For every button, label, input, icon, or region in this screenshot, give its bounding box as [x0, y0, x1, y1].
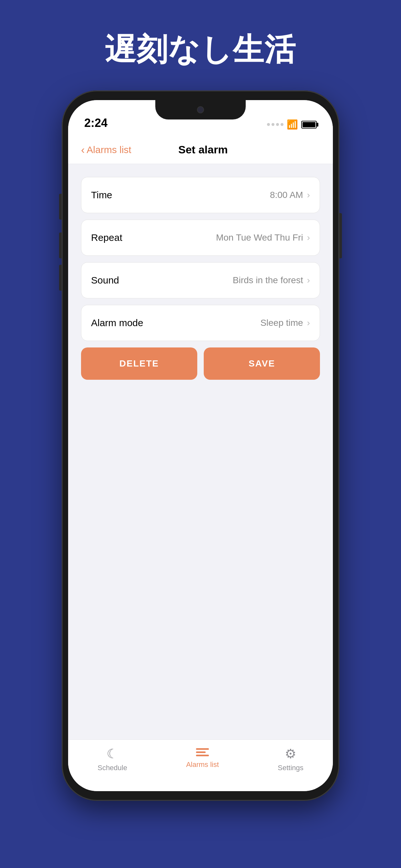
repeat-label: Repeat — [91, 232, 122, 243]
status-icons: 📶 — [267, 119, 317, 130]
sound-value-group: Birds in the forest › — [233, 275, 310, 285]
alarm-mode-value-group: Sleep time › — [260, 318, 310, 328]
main-content: Time 8:00 AM › Repeat Mon Tue Wed Thu Fr… — [68, 164, 333, 740]
time-value-group: 8:00 AM › — [270, 190, 310, 200]
time-label: Time — [91, 190, 112, 200]
back-chevron-icon: ‹ — [81, 144, 85, 156]
settings-group-alarm-mode: Alarm mode Sleep time › — [81, 305, 320, 341]
back-button[interactable]: ‹ Alarms list — [81, 144, 131, 156]
status-time: 2:24 — [84, 116, 107, 130]
alarm-mode-value: Sleep time — [260, 318, 303, 328]
signal-dot — [276, 123, 279, 126]
time-row[interactable]: Time 8:00 AM › — [81, 177, 320, 213]
wifi-icon: 📶 — [287, 119, 298, 130]
alarm-list-icon — [196, 746, 209, 758]
sound-value: Birds in the forest — [233, 275, 303, 285]
sound-row[interactable]: Sound Birds in the forest › — [81, 262, 320, 298]
alarm-mode-label: Alarm mode — [91, 317, 143, 329]
repeat-value: Mon Tue Wed Thu Fri — [216, 232, 303, 243]
tab-settings[interactable]: ⚙ Settings — [278, 746, 304, 772]
time-chevron-icon: › — [307, 190, 310, 200]
tab-schedule[interactable]: ☾ Schedule — [97, 746, 127, 772]
alarm-mode-row[interactable]: Alarm mode Sleep time › — [81, 305, 320, 341]
back-label: Alarms list — [87, 144, 131, 155]
tab-alarms-list[interactable]: Alarms list — [186, 746, 219, 769]
delete-button[interactable]: DELETE — [81, 347, 197, 380]
repeat-chevron-icon: › — [307, 232, 310, 243]
sound-chevron-icon: › — [307, 275, 310, 285]
repeat-row[interactable]: Repeat Mon Tue Wed Thu Fri › — [81, 220, 320, 255]
tab-schedule-label: Schedule — [97, 764, 127, 772]
repeat-value-group: Mon Tue Wed Thu Fri › — [216, 232, 310, 243]
action-buttons: DELETE SAVE — [81, 347, 320, 380]
phone-screen: 2:24 📶 ‹ Alarms list Set alarm — [68, 100, 333, 791]
phone-frame: 2:24 📶 ‹ Alarms list Set alarm — [62, 90, 339, 801]
camera-dot — [197, 106, 204, 113]
phone-notch — [155, 100, 246, 120]
tab-alarms-list-label: Alarms list — [186, 761, 219, 769]
sound-label: Sound — [91, 275, 119, 286]
alarm-mode-chevron-icon: › — [307, 318, 310, 328]
signal-dot — [267, 123, 270, 126]
moon-icon: ☾ — [106, 746, 118, 761]
settings-group-time: Time 8:00 AM › — [81, 177, 320, 213]
signal-dot — [272, 123, 274, 126]
navigation-bar: ‹ Alarms list Set alarm — [68, 135, 333, 164]
battery-fill — [303, 122, 315, 127]
settings-group-sound: Sound Birds in the forest › — [81, 262, 320, 299]
signal-dots — [267, 123, 283, 126]
page-title: Set alarm — [178, 144, 227, 156]
save-button[interactable]: SAVE — [204, 347, 320, 380]
app-title: 遅刻なし生活 — [105, 29, 296, 71]
tab-bar: ☾ Schedule Alarms list ⚙ Settings — [68, 740, 333, 791]
settings-group-repeat: Repeat Mon Tue Wed Thu Fri › — [81, 220, 320, 256]
battery-icon — [301, 121, 317, 128]
gear-icon: ⚙ — [285, 746, 297, 761]
signal-dot — [281, 123, 283, 126]
time-value: 8:00 AM — [270, 190, 303, 200]
tab-settings-label: Settings — [278, 764, 304, 772]
